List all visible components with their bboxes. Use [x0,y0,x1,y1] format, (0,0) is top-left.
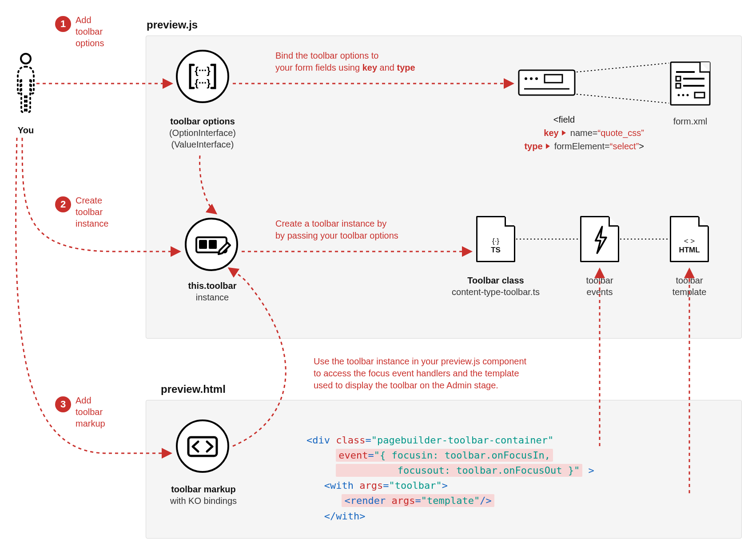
actor-label: You [4,124,47,136]
svg-point-21 [682,94,684,96]
svg-rect-5 [209,240,217,249]
form-xml-icon [670,61,711,106]
toolbar-template-icon: < >HTML [670,216,709,262]
form-xml-caption: form.xml [665,116,715,127]
person-icon [16,53,36,116]
svg-point-22 [687,94,689,96]
svg-text:{···}: {···} [195,65,211,76]
toolbar-template-caption: toolbar template [657,275,721,298]
toolbar-class-caption: Toolbar class content-type-toolbar.ts [443,275,548,298]
step-1-text: Addtoolbaroptions [76,14,104,49]
toolbar-instance-icon [185,218,238,271]
toolbar-events-caption: toolbar events [569,275,630,298]
svg-text:{···}: {···} [195,77,211,88]
svg-rect-4 [199,240,207,249]
svg-point-20 [678,94,680,96]
svg-point-10 [525,77,527,80]
diagram-canvas: preview.js preview.html You 1 Addtoolbar… [0,0,756,551]
panel-title-preview-js: preview.js [147,19,198,31]
svg-point-0 [21,54,31,64]
note-use: Use the toolbar instance in your preview… [314,355,526,391]
svg-point-12 [535,77,538,80]
step-2-badge: 2 [55,196,71,212]
toolbar-instance-caption: this.toolbar instance [173,280,251,303]
toolbar-markup-icon [176,419,229,473]
step-2-text: Createtoolbarinstance [76,195,109,229]
field-code: <field key name=“quote_css” type formEle… [475,113,644,153]
toolbar-class-icon: {·}TS [476,216,515,262]
toolbar-options-icon: {···} {···} [176,50,229,103]
panel-title-preview-html: preview.html [161,383,226,395]
code-block: <div class="pagebuilder-toolbar-containe… [306,418,594,539]
step-3-text: Addtoolbarmarkup [76,395,105,429]
toolbar-markup-caption: toolbar markup with KO bindings [160,483,247,507]
toolbar-options-caption: toolbar options (OptionInterface) (Value… [155,116,251,150]
note-bind: Bind the toolbar options to your form fi… [275,50,415,74]
note-create: Create a toolbar instance byby passing y… [275,218,398,242]
step-3-badge: 3 [55,396,71,412]
step-1-badge: 1 [55,16,71,32]
field-box-icon [518,69,576,96]
toolbar-events-icon [580,216,619,262]
svg-point-11 [530,77,533,80]
